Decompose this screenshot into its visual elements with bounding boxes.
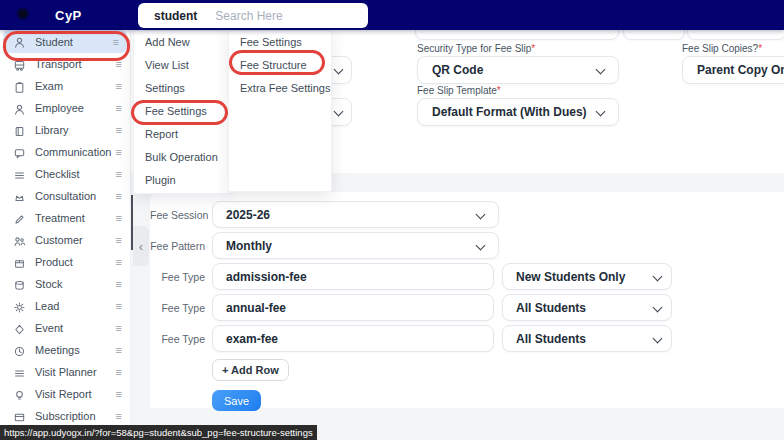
box-icon bbox=[13, 256, 26, 269]
drag-handle-icon[interactable] bbox=[116, 301, 122, 312]
sun-icon bbox=[13, 300, 26, 313]
submenu-item-fee-settings[interactable]: Fee Settings bbox=[229, 31, 331, 54]
diamond-icon bbox=[13, 322, 26, 335]
submenu-item-fee-structure[interactable]: Fee Structure bbox=[229, 54, 331, 77]
sidebar-item-communication[interactable]: Communication bbox=[0, 141, 130, 163]
sidebar-item-transport[interactable]: Transport bbox=[0, 53, 130, 75]
sidebar-item-stock[interactable]: Stock bbox=[0, 273, 130, 295]
sidebar-item-label: Event bbox=[35, 322, 63, 334]
sidebar-item-employee[interactable]: Employee bbox=[0, 97, 130, 119]
sidebar-item-label: Consultation bbox=[35, 190, 96, 202]
drag-handle-icon[interactable] bbox=[116, 147, 122, 158]
sidebar-item-label: Student bbox=[35, 36, 73, 48]
applies-to-value: All Students bbox=[503, 301, 586, 315]
chevron-down-icon bbox=[476, 241, 486, 251]
search-scope-selector[interactable]: student bbox=[138, 9, 215, 23]
drag-handle-icon[interactable] bbox=[116, 235, 122, 246]
fee-row: Fee Typeannual-feeAll Students bbox=[150, 295, 672, 320]
fee-row-label: Fee Pattern bbox=[150, 240, 205, 252]
chat-icon bbox=[13, 146, 26, 159]
fee-type-input-admission-fee[interactable]: admission-fee bbox=[212, 263, 494, 290]
drag-handle-icon[interactable] bbox=[116, 103, 122, 114]
pencil-icon bbox=[13, 212, 26, 225]
sidebar-item-label: Treatment bbox=[35, 212, 85, 224]
drag-handle-icon[interactable] bbox=[116, 125, 122, 136]
applies-to-value: All Students bbox=[503, 332, 586, 346]
drag-handle-icon[interactable] bbox=[116, 213, 122, 224]
sidebar-item-lead[interactable]: Lead bbox=[0, 295, 130, 317]
sidebar-item-subscription[interactable]: Subscription bbox=[0, 405, 130, 427]
sidebar-item-label: Checklist bbox=[35, 168, 80, 180]
menu-item-view-list[interactable]: View List bbox=[134, 54, 230, 77]
drag-handle-icon[interactable] bbox=[116, 81, 122, 92]
drag-handle-icon[interactable] bbox=[113, 36, 119, 47]
sidebar-item-customer[interactable]: Customer bbox=[0, 229, 130, 251]
drag-handle-icon[interactable] bbox=[116, 169, 122, 180]
person-icon bbox=[13, 102, 26, 115]
global-search[interactable]: student Search Here bbox=[138, 3, 368, 28]
menu-item-fee-settings[interactable]: Fee Settings bbox=[134, 100, 230, 123]
sidebar-collapse-button[interactable]: ‹ bbox=[133, 226, 149, 266]
applies-to-select[interactable]: All Students bbox=[502, 325, 672, 352]
menu-item-plugin[interactable]: Plugin bbox=[134, 169, 230, 192]
field-value: admission-fee bbox=[213, 270, 307, 284]
drag-handle-icon[interactable] bbox=[116, 191, 122, 202]
sidebar-item-exam[interactable]: Exam bbox=[0, 75, 130, 97]
sidebar-item-student[interactable]: Student bbox=[3, 30, 127, 53]
drag-handle-icon[interactable] bbox=[116, 367, 122, 378]
drag-handle-icon[interactable] bbox=[116, 279, 122, 290]
add-row-button[interactable]: + Add Row bbox=[212, 359, 289, 381]
fee-row: Fee Typeadmission-feeNew Students Only bbox=[150, 264, 672, 289]
chevron-down-icon bbox=[596, 65, 606, 75]
drag-handle-icon[interactable] bbox=[116, 323, 122, 334]
sidebar-item-label: Customer bbox=[35, 234, 83, 246]
sidebar-item-event[interactable]: Event bbox=[0, 317, 130, 339]
drag-handle-icon[interactable] bbox=[116, 345, 122, 356]
fee-session-select[interactable]: 2025-26 bbox=[212, 201, 499, 228]
chevron-down-icon bbox=[653, 334, 663, 344]
drag-handle-icon[interactable] bbox=[116, 411, 122, 422]
field-value: exam-fee bbox=[213, 332, 278, 346]
sidebar-item-visit-planner[interactable]: Visit Planner bbox=[0, 361, 130, 383]
sidebar-item-treatment[interactable]: Treatment bbox=[0, 207, 130, 229]
security-type-value: QR Code bbox=[418, 63, 483, 77]
sidebar-item-library[interactable]: Library bbox=[0, 119, 130, 141]
applies-to-select[interactable]: New Students Only bbox=[502, 263, 672, 290]
fee-type-input-exam-fee[interactable]: exam-fee bbox=[212, 325, 494, 352]
sidebar: StudentTransportExamEmployeeLibraryCommu… bbox=[0, 30, 131, 440]
menu-item-add-new[interactable]: Add New bbox=[134, 31, 230, 54]
menu-item-settings[interactable]: Settings bbox=[134, 77, 230, 100]
sidebar-item-visit-report[interactable]: Visit Report bbox=[0, 383, 130, 405]
menu-item-bulk-operation[interactable]: Bulk Operation bbox=[134, 146, 230, 169]
sidebar-item-product[interactable]: Product bbox=[0, 251, 130, 273]
chevron-down-icon bbox=[596, 107, 606, 117]
applies-to-value: New Students Only bbox=[503, 270, 625, 284]
sidebar-item-consultation[interactable]: Consultation bbox=[0, 185, 130, 207]
search-input[interactable]: Search Here bbox=[215, 9, 282, 23]
sidebar-item-label: Transport bbox=[35, 58, 82, 70]
fee-slip-copies-value: Parent Copy Only bbox=[683, 63, 784, 77]
fee-row: Fee Session2025-26 bbox=[150, 202, 672, 227]
fee-settings-submenu: Fee SettingsFee StructureExtra Fee Setti… bbox=[228, 30, 332, 192]
clock-icon bbox=[13, 344, 26, 357]
fee-row-label: Fee Type bbox=[150, 333, 205, 345]
list-icon bbox=[13, 168, 26, 181]
fee-type-input-annual-fee[interactable]: annual-fee bbox=[212, 294, 494, 321]
drag-handle-icon[interactable] bbox=[116, 389, 122, 400]
submenu-item-extra-fee-settings[interactable]: Extra Fee Settings bbox=[229, 77, 331, 100]
brand-name: CyP bbox=[55, 8, 82, 23]
drag-handle-icon[interactable] bbox=[116, 257, 122, 268]
applies-to-select[interactable]: All Students bbox=[502, 294, 672, 321]
save-button[interactable]: Save bbox=[212, 390, 261, 411]
sidebar-item-label: Subscription bbox=[35, 410, 96, 422]
book-icon bbox=[13, 124, 26, 137]
sidebar-item-meetings[interactable]: Meetings bbox=[0, 339, 130, 361]
fee-slip-copies-select[interactable]: Parent Copy Only bbox=[682, 56, 784, 84]
fee-slip-template-select[interactable]: Default Format (With Dues) bbox=[417, 98, 619, 126]
fee-pattern-select[interactable]: Monthly bbox=[212, 232, 499, 259]
security-type-select[interactable]: QR Code bbox=[417, 56, 619, 84]
people-icon bbox=[13, 234, 26, 247]
drag-handle-icon[interactable] bbox=[116, 59, 122, 70]
menu-item-report[interactable]: Report bbox=[134, 123, 230, 146]
sidebar-item-checklist[interactable]: Checklist bbox=[0, 163, 130, 185]
